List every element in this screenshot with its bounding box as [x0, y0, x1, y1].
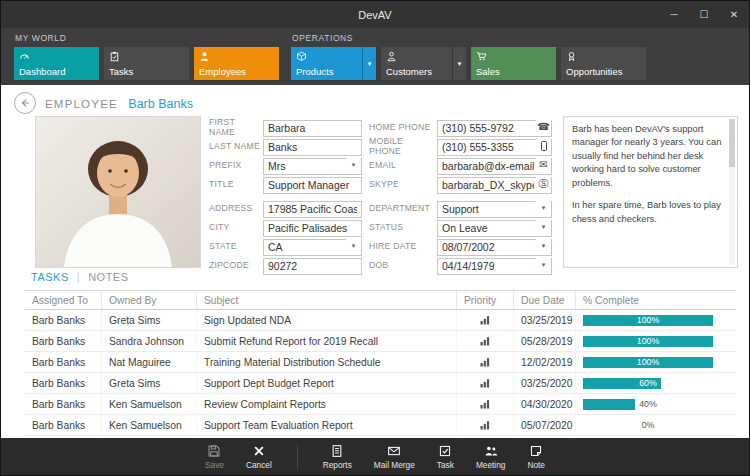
- notes-paragraph: In her spare time, Barb loves to play ch…: [572, 199, 723, 226]
- notes-scrollbar[interactable]: [729, 119, 735, 265]
- task-row[interactable]: Barb Banks Ken Samuelson Review Complain…: [25, 394, 736, 415]
- tab-tasks[interactable]: TASKS: [31, 271, 69, 283]
- chevron-down-icon[interactable]: ▾: [536, 257, 551, 272]
- footer-button-label: Task: [437, 460, 454, 470]
- cell-subject: Submit Refund Report for 2019 Recall: [197, 331, 457, 351]
- tab-notes[interactable]: NOTES: [88, 271, 128, 283]
- field-row: CITY: [209, 218, 362, 235]
- column-header-owned-by[interactable]: Owned By: [102, 291, 197, 309]
- mobile-phone-icon[interactable]: [536, 138, 551, 153]
- cell-due-date: 05/28/2019: [514, 331, 576, 351]
- task-icon: [438, 444, 452, 458]
- ribbon-group-my-world: MY WORLD Dashboard Tasks Employees: [14, 32, 279, 85]
- note-button[interactable]: Note: [516, 438, 556, 475]
- chevron-down-icon[interactable]: ▾: [536, 219, 551, 234]
- email-input[interactable]: [437, 158, 552, 175]
- last-name-input[interactable]: [263, 139, 362, 156]
- tasks-icon: [109, 51, 120, 62]
- tile-employees[interactable]: Employees: [194, 47, 279, 80]
- priority-icon: [480, 357, 490, 367]
- maximize-button[interactable]: ☐: [689, 1, 719, 28]
- chevron-down-icon[interactable]: ▾: [346, 157, 361, 172]
- column-header-priority[interactable]: Priority: [457, 291, 514, 309]
- chevron-down-icon[interactable]: ▾: [536, 200, 551, 215]
- mail-merge-icon: [387, 444, 401, 458]
- cancel-button[interactable]: Cancel: [235, 438, 283, 475]
- cell-pct-complete: 0%: [576, 415, 736, 435]
- tile-sales[interactable]: Sales: [471, 47, 556, 80]
- cell-assigned-to: Barb Banks: [25, 394, 102, 414]
- footer-button-label: Meeting: [476, 460, 506, 470]
- task-row[interactable]: Barb Banks Ken Samuelson Support Team Ev…: [25, 415, 736, 436]
- zipcode-input[interactable]: [263, 258, 362, 275]
- chevron-down-icon[interactable]: ▾: [346, 238, 361, 253]
- cell-owned-by: Greta Sims: [102, 373, 197, 393]
- phone-icon[interactable]: ☎: [536, 119, 551, 134]
- tile-opportunities[interactable]: Opportunities: [561, 47, 646, 80]
- tile-label: Opportunities: [566, 66, 623, 77]
- minimize-button[interactable]: ─: [659, 1, 689, 28]
- cell-priority: [457, 352, 514, 372]
- progress-bar: 60%: [583, 378, 713, 389]
- zipcode-label: ZIPCODE: [209, 260, 263, 270]
- tile-products[interactable]: Products ▾: [291, 47, 376, 80]
- column-header-due-date[interactable]: Due Date: [514, 291, 576, 309]
- chevron-down-icon[interactable]: ▾: [536, 238, 551, 253]
- tile-label: Customers: [386, 66, 432, 77]
- title-input[interactable]: [263, 177, 362, 194]
- save-button[interactable]: Save: [194, 438, 235, 475]
- ribbon-group-operations: OPERATIONS Products ▾ Customers ▾: [291, 32, 646, 85]
- department-input[interactable]: [437, 201, 552, 218]
- chevron-down-icon: ▾: [368, 60, 372, 68]
- task-row[interactable]: Barb Banks Sandra Johnson Submit Refund …: [25, 331, 736, 352]
- progress-bar: 0%: [583, 420, 713, 431]
- reports-button[interactable]: Reports: [312, 438, 363, 475]
- tile-label: Sales: [476, 66, 500, 77]
- reports-icon: [330, 444, 344, 458]
- back-button[interactable]: [14, 92, 36, 114]
- column-header-assigned-to[interactable]: Assigned To: [25, 291, 102, 309]
- cell-due-date: 04/30/2020: [514, 394, 576, 414]
- prefix-label: PREFIX: [209, 160, 263, 170]
- customers-icon: [386, 51, 397, 62]
- cell-pct-complete: 100%: [576, 352, 736, 372]
- column-header-pct-complete[interactable]: % Complete: [576, 291, 736, 309]
- ribbon: MY WORLD Dashboard Tasks Employees OPERA…: [1, 28, 749, 85]
- address-input[interactable]: [263, 201, 362, 218]
- email-label: EMAIL: [369, 160, 437, 170]
- cell-priority: [457, 373, 514, 393]
- envelope-icon[interactable]: ✉: [536, 157, 551, 172]
- status-input[interactable]: [437, 220, 552, 237]
- meeting-button[interactable]: Meeting: [465, 438, 517, 475]
- mobile-phone-input[interactable]: [437, 139, 552, 156]
- column-header-subject[interactable]: Subject: [197, 291, 457, 309]
- field-row: ADDRESS: [209, 199, 362, 216]
- skype-icon[interactable]: Ⓢ: [536, 176, 551, 191]
- last-name-label: LAST NAME: [209, 141, 263, 151]
- customers-dropdown-arrow[interactable]: ▾: [452, 47, 466, 80]
- task-row[interactable]: Barb Banks Greta Sims Sign Updated NDA 0…: [25, 310, 736, 331]
- first-name-label: FIRST NAME: [209, 117, 263, 137]
- mail-merge-button[interactable]: Mail Merge: [363, 438, 426, 475]
- first-name-input[interactable]: [263, 120, 362, 137]
- city-input[interactable]: [263, 220, 362, 237]
- task-button[interactable]: Task: [426, 438, 465, 475]
- notes-scrollbar-thumb[interactable]: [729, 119, 735, 167]
- progress-bar: 100%: [583, 336, 713, 347]
- products-dropdown-arrow[interactable]: ▾: [362, 47, 376, 80]
- hire-date-input[interactable]: [437, 239, 552, 256]
- tile-customers[interactable]: Customers ▾: [381, 47, 466, 80]
- close-button[interactable]: ✕: [719, 1, 749, 28]
- tile-dashboard[interactable]: Dashboard: [14, 47, 99, 80]
- dob-input[interactable]: [437, 258, 552, 275]
- skype-input[interactable]: [437, 177, 552, 194]
- home-phone-input[interactable]: [437, 120, 552, 137]
- field-row: FIRST NAME: [209, 118, 362, 135]
- footer-button-label: Cancel: [246, 460, 272, 470]
- task-row[interactable]: Barb Banks Nat Maguiree Training Materia…: [25, 352, 736, 373]
- field-row: MOBILE PHONE: [369, 137, 552, 154]
- page-title-name: Barb Banks: [128, 97, 193, 111]
- tile-tasks[interactable]: Tasks: [104, 47, 189, 80]
- task-row[interactable]: Barb Banks Greta Sims Support Dept Budge…: [25, 373, 736, 394]
- dashboard-icon: [19, 51, 30, 62]
